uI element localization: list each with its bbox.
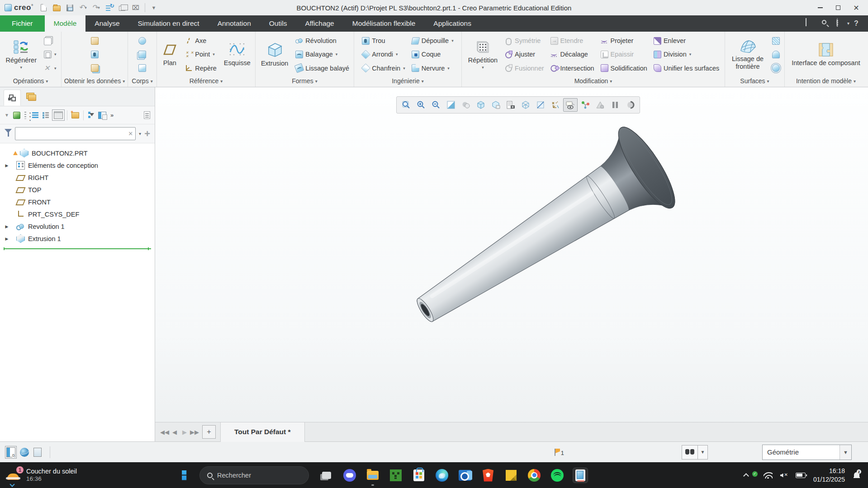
zoom-out-icon[interactable] xyxy=(429,98,443,112)
search-icon[interactable] xyxy=(821,19,830,28)
insert-here-locator[interactable] xyxy=(4,247,151,250)
group-label-surfaces[interactable]: Surfaces xyxy=(725,75,784,87)
tree-item[interactable]: PRT_CSYS_DEF xyxy=(0,208,155,220)
help-icon[interactable] xyxy=(852,19,861,28)
menu-tab[interactable]: Affichage xyxy=(296,15,343,32)
group-label-editing[interactable]: Modification xyxy=(462,75,725,87)
model-tree-tab[interactable] xyxy=(4,90,21,106)
tree-item[interactable]: RIGHT xyxy=(0,171,155,184)
hidden-icons-chevron[interactable] xyxy=(743,473,749,479)
division-button[interactable]: Division▾ xyxy=(652,48,721,61)
taskbar-clock[interactable]: 16:18 01/12/2025 xyxy=(813,467,845,483)
close-window-button[interactable]: ⌧ xyxy=(130,2,142,13)
menu-tab[interactable]: Annotation xyxy=(209,15,260,32)
more-tools-icon[interactable]: » xyxy=(110,112,114,118)
group-label-engineering[interactable]: Ingénierie xyxy=(354,75,461,87)
wifi-icon[interactable] xyxy=(764,472,773,479)
task-view-button[interactable] xyxy=(319,468,334,483)
tree-item[interactable]: FRONT xyxy=(0,196,155,208)
graphics-viewport[interactable]: ◀◀ ◀ ▶ ▶▶ + Tout Par Défaut * xyxy=(155,87,868,441)
menu-tab[interactable]: Applications xyxy=(424,15,480,32)
repetition-button[interactable]: Répétition ▾ xyxy=(465,34,500,75)
display-style-icon[interactable] xyxy=(474,98,488,112)
start-button[interactable] xyxy=(177,465,197,485)
file-explorer-button[interactable] xyxy=(365,468,380,483)
navigator-window-icon[interactable] xyxy=(6,447,15,457)
menu-tab[interactable]: Modélisation flexible xyxy=(343,15,425,32)
tree-item[interactable]: TOP xyxy=(0,184,155,196)
filter-dropdown-icon[interactable]: ▾ xyxy=(139,131,141,136)
nervure-button[interactable]: Nervure▾ xyxy=(410,62,455,75)
delete-button[interactable]: ▾ xyxy=(42,62,58,75)
fusionner-button[interactable]: Fusionner xyxy=(503,62,545,75)
import-button[interactable] xyxy=(89,34,100,47)
volume-muted-icon[interactable] xyxy=(780,471,788,479)
shrinkwrap-button[interactable] xyxy=(89,62,100,75)
symetrie-button[interactable]: Symétrie xyxy=(503,34,545,47)
ajuster-button[interactable]: Ajuster xyxy=(503,48,545,61)
exit-icon[interactable] xyxy=(623,98,637,112)
expand-caret[interactable]: ▶ xyxy=(4,163,10,168)
group-label-datum[interactable]: Référence xyxy=(157,75,255,87)
folder-browser-tab[interactable] xyxy=(23,90,40,106)
epaissir-button[interactable]: Epaissir xyxy=(599,48,649,61)
repaint-icon[interactable] xyxy=(444,98,458,112)
notifications-flag[interactable]: 1 xyxy=(554,448,564,456)
trou-button[interactable]: Trou xyxy=(360,34,407,47)
spin-center-icon[interactable] xyxy=(578,98,593,112)
axe-button[interactable]: Axe xyxy=(183,34,218,47)
selection-filter-arrow[interactable]: ▼ xyxy=(840,445,851,460)
group-label-operations[interactable]: Opérations xyxy=(0,75,61,87)
collapse-icon[interactable]: ▼ xyxy=(5,113,9,118)
taskbar-search[interactable]: Rechercher xyxy=(199,466,309,484)
enlever-button[interactable]: Enlever xyxy=(652,34,721,47)
etendre-button[interactable]: Etendre xyxy=(549,34,596,47)
group-label-body[interactable]: Corps xyxy=(128,75,157,87)
undo-button[interactable]: ↶▾ xyxy=(77,2,89,13)
redo-button[interactable]: ↷▾ xyxy=(90,2,102,13)
view-manager-icon[interactable] xyxy=(503,98,518,112)
battery-icon[interactable] xyxy=(796,473,806,478)
solidification-button[interactable]: Solidification xyxy=(599,62,649,75)
lissage-balaye-button[interactable]: Lissage balayé xyxy=(294,62,351,75)
expand-caret[interactable]: ▶ xyxy=(4,237,10,241)
geometry-warnings-icon[interactable] xyxy=(593,98,607,112)
list-options-icon[interactable] xyxy=(30,112,38,118)
tree-item[interactable]: ▶ Extrusion 1 xyxy=(0,232,155,245)
spotify-button[interactable] xyxy=(550,468,565,483)
paste-button[interactable]: ▾ xyxy=(42,48,58,61)
revolution-button[interactable]: Révolution xyxy=(294,34,351,47)
last-view-icon[interactable]: ▶▶ xyxy=(190,429,199,436)
balayage-button[interactable]: Balayage▾ xyxy=(294,48,351,61)
selection-filter-dropdown[interactable]: Géométrie ▼ xyxy=(762,445,852,460)
weather-widget[interactable]: 1 Coucher du soleil 16:36 xyxy=(0,462,84,488)
outlook-button[interactable] xyxy=(457,468,473,483)
find-tool[interactable]: ▼ xyxy=(682,445,708,460)
lissage-frontiere-button[interactable]: Lissage de frontière xyxy=(728,34,768,75)
add-view-tab-button[interactable]: + xyxy=(202,425,216,439)
tree-item[interactable]: ▶ Revolution 1 xyxy=(0,220,155,232)
next-view-icon[interactable]: ▶ xyxy=(180,429,190,436)
minimize-button[interactable] xyxy=(811,1,829,14)
info-doc-icon[interactable] xyxy=(144,111,150,119)
list-squares-icon[interactable] xyxy=(43,112,50,118)
creo-taskbar-button[interactable] xyxy=(573,468,588,483)
annotation-display-icon[interactable] xyxy=(563,98,578,112)
arrondi-button[interactable]: Arrondi▾ xyxy=(360,48,407,61)
window-switch-button[interactable]: ▾ xyxy=(117,2,128,13)
web-browser-icon[interactable] xyxy=(20,448,29,457)
esquisse-button[interactable]: Esquisse xyxy=(221,34,253,75)
find-dropdown-icon[interactable]: ▼ xyxy=(697,445,707,460)
menu-tab[interactable]: Outils xyxy=(260,15,296,32)
prev-view-icon[interactable]: ◀ xyxy=(170,429,180,436)
regenerate-button[interactable]: Régénérer ▾ xyxy=(3,34,39,75)
copy-button[interactable] xyxy=(42,34,58,47)
zoom-fit-icon[interactable] xyxy=(399,98,413,112)
shading-style-icon[interactable] xyxy=(459,98,473,112)
regenerate-quick-button[interactable] xyxy=(104,2,115,13)
tree-item[interactable]: ▶ Eléments de conception xyxy=(0,159,155,171)
pause-icon[interactable] xyxy=(608,98,622,112)
tree-filter-input[interactable] xyxy=(15,127,136,140)
zoom-in-icon[interactable] xyxy=(414,98,428,112)
new-body-button[interactable] xyxy=(137,34,148,47)
